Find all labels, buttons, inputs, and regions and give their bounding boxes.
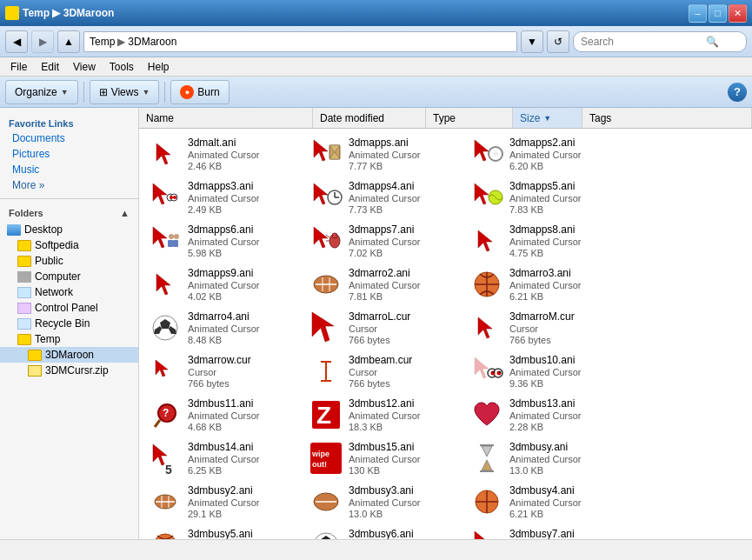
folder-item-temp[interactable]: Temp	[0, 331, 138, 347]
file-type: Animated Cursor	[349, 280, 421, 290]
folder-label-3dmcursrzip: 3DMCursr.zip	[45, 364, 109, 377]
svg-marker-79	[475, 531, 489, 539]
file-item[interactable]: 3dmbusy4.ani Animated Cursor 6.21 KB	[464, 480, 625, 523]
folder-item-network[interactable]: Network	[0, 284, 138, 300]
dropdown-arrow[interactable]: ▼	[521, 30, 543, 53]
file-type: Animated Cursor	[188, 237, 260, 247]
file-item[interactable]: 3dmapps9.ani Animated Cursor 4.02 KB	[143, 263, 303, 306]
svg-rect-21	[168, 240, 173, 247]
address-path[interactable]: Temp ▶ 3DMaroon	[83, 31, 517, 52]
refresh-button[interactable]: ↺	[547, 30, 569, 53]
col-header-name[interactable]: Name	[139, 108, 313, 128]
file-item[interactable]: 3dmbus10.ani Animated Cursor 9.36 KB	[464, 350, 625, 393]
back-button[interactable]: ◀	[5, 30, 28, 53]
file-item[interactable]: 3dmalt.ani Animated Cursor 2.46 KB	[143, 132, 303, 176]
file-item[interactable]: 3dmbusy2.ani Animated Cursor 29.1 KB	[143, 480, 303, 523]
file-item[interactable]: 3dmbusy.ani Animated Cursor 13.0 KB	[464, 437, 625, 480]
file-info: 3dmbus12.ani Animated Cursor 18.3 KB	[349, 397, 421, 432]
folder-label-computer: Computer	[35, 270, 81, 283]
file-item[interactable]: 5 3dmbus14.ani Animated Cursor 6.25 KB	[143, 437, 303, 480]
folder-item-recycle[interactable]: Recycle Bin	[0, 316, 138, 331]
file-item[interactable]: 3dmbusy6.ani Animated Cursor 8.48 KB	[303, 523, 464, 539]
minimize-button[interactable]: –	[689, 4, 707, 23]
sidebar-divider	[0, 198, 138, 199]
file-item[interactable]: 3dmarro3.ani Animated Cursor 6.21 KB	[464, 263, 625, 306]
file-item[interactable]: 3dmarro4.ani Animated Cursor 8.48 KB	[143, 306, 303, 350]
folder-item-public[interactable]: Public	[0, 253, 138, 269]
file-item[interactable]: 3dmbusy5.ani Animated Cursor 6.26 KB	[143, 523, 303, 539]
burn-button[interactable]: ● Burn	[170, 80, 229, 104]
file-type: Animated Cursor	[509, 237, 582, 247]
file-item[interactable]: 3dmbeam.cur Cursor 766 bytes	[303, 350, 464, 393]
sidebar-link-pictures[interactable]: Pictures	[0, 146, 138, 162]
sidebar-link-documents[interactable]: Documents	[0, 130, 138, 146]
file-icon	[148, 310, 183, 345]
file-item[interactable]: 3dmapps4.ani Animated Cursor 7.73 KB	[303, 176, 464, 219]
file-area: Name Date modified Type Size ▼ Tags 3dma…	[139, 108, 752, 539]
svg-line-55	[155, 420, 160, 427]
folder-item-controlpanel[interactable]: Control Panel	[0, 300, 138, 316]
folder-item-softpedia[interactable]: Softpedia	[0, 237, 138, 253]
file-item[interactable]: 3dmapps8.ani Animated Cursor 4.75 KB	[464, 219, 625, 263]
file-info: 3dmbusy7.ani Animated Cursor 8.54 KB	[509, 528, 582, 539]
file-icon	[469, 267, 504, 302]
search-box[interactable]: 🔍	[573, 31, 747, 52]
views-button[interactable]: ⊞ Views ▼	[90, 80, 160, 104]
menu-edit[interactable]: Edit	[34, 59, 66, 75]
menu-view[interactable]: View	[66, 59, 103, 75]
file-item[interactable]: 3dmapps2.ani Animated Cursor 6.20 KB	[464, 132, 625, 176]
svg-point-10	[170, 196, 173, 199]
title-bar-left: Temp ▶ 3DMaroon	[5, 6, 114, 20]
favorite-links-title: Favorite Links	[0, 115, 138, 130]
search-input[interactable]	[581, 36, 702, 48]
file-item[interactable]: 3dmapps6.ani Animated Cursor 5.98 KB	[143, 219, 303, 263]
svg-point-19	[169, 234, 174, 239]
file-item[interactable]: wipe out! 3dmbus15.ani Animated Cursor 1…	[303, 437, 464, 480]
menu-file[interactable]: File	[3, 59, 34, 75]
folder-item-3dmcursrzip[interactable]: 3DMCursr.zip	[0, 363, 138, 378]
file-item[interactable]: 3dmarroM.cur Cursor 766 bytes	[464, 306, 625, 350]
menu-help[interactable]: Help	[141, 59, 176, 75]
folder-item-computer[interactable]: Computer	[0, 269, 138, 284]
file-name: 3dmbus14.ani	[188, 441, 260, 453]
file-name: 3dmarroM.cur	[509, 310, 575, 323]
col-header-tags[interactable]: Tags	[582, 108, 752, 128]
col-header-date[interactable]: Date modified	[313, 108, 426, 128]
file-item[interactable]: 3dmapps7.ani Animated Cursor 7.02 KB	[303, 219, 464, 263]
file-item[interactable]: 3dmarro2.ani Animated Cursor 7.81 KB	[303, 263, 464, 306]
organize-button[interactable]: Organize ▼	[5, 80, 78, 104]
file-item[interactable]: ? 3dmbus11.ani Animated Cursor 4.68 KB	[143, 393, 303, 437]
file-item[interactable]: Z 3dmbus12.ani Animated Cursor 18.3 KB	[303, 393, 464, 437]
up-button[interactable]: ▲	[57, 30, 80, 53]
file-item[interactable]: 3dmbusy3.ani Animated Cursor 13.0 KB	[303, 480, 464, 523]
folder-item-3dmaroon[interactable]: 3DMaroon	[0, 347, 138, 363]
file-type: Animated Cursor	[188, 150, 260, 160]
svg-point-50	[491, 371, 496, 376]
file-size: 766 bytes	[349, 335, 410, 345]
col-header-type[interactable]: Type	[426, 108, 513, 128]
svg-rect-65	[480, 470, 494, 472]
folder-item-desktop[interactable]: Desktop	[0, 222, 138, 237]
file-item[interactable]: 3dmapps5.ani Animated Cursor 7.83 KB	[464, 176, 625, 219]
file-item[interactable]: 3dmarrow.cur Cursor 766 bytes	[143, 350, 303, 393]
file-item[interactable]: 3dmapps.ani Animated Cursor 7.77 KB	[303, 132, 464, 176]
help-button[interactable]: ?	[728, 83, 747, 102]
menu-tools[interactable]: Tools	[103, 59, 141, 75]
file-name: 3dmalt.ani	[188, 137, 260, 149]
svg-marker-42	[478, 317, 492, 338]
file-item[interactable]: 3dmbusy7.ani Animated Cursor 8.54 KB	[464, 523, 625, 539]
file-item[interactable]: 3dmarroL.cur Cursor 766 bytes	[303, 306, 464, 350]
file-type: Animated Cursor	[349, 237, 421, 247]
file-icon	[309, 484, 343, 519]
maximize-button[interactable]: □	[709, 4, 727, 23]
file-type: Animated Cursor	[349, 454, 421, 464]
file-item[interactable]: 3dmapps3.ani Animated Cursor 2.49 KB	[143, 176, 303, 219]
file-item[interactable]: 3dmbus13.ani Animated Cursor 2.28 KB	[464, 393, 625, 437]
sidebar-link-music[interactable]: Music	[0, 162, 138, 177]
close-button[interactable]: ✕	[729, 4, 747, 23]
sidebar-more-link[interactable]: More »	[0, 177, 138, 193]
forward-button[interactable]: ▶	[31, 30, 54, 53]
folders-title[interactable]: Folders ▲	[0, 204, 138, 222]
col-header-size[interactable]: Size ▼	[513, 108, 582, 128]
file-info: 3dmarrow.cur Cursor 766 bytes	[188, 354, 251, 389]
